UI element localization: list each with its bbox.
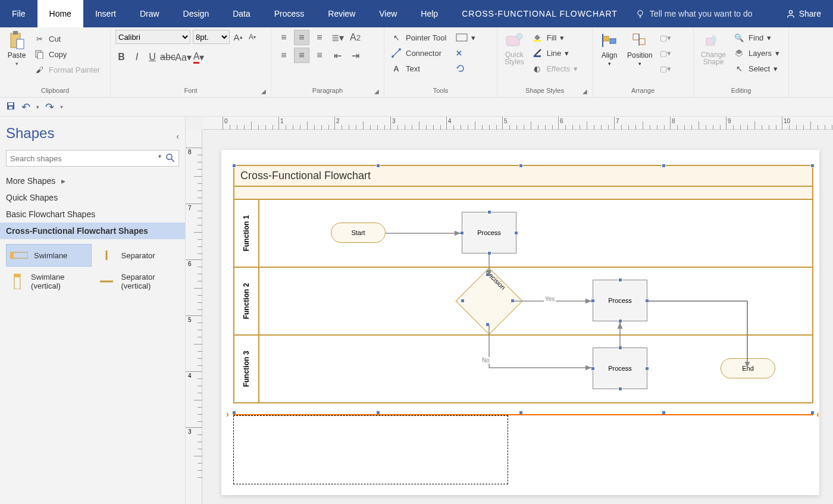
search-icon[interactable] bbox=[165, 152, 176, 165]
swimlane-container[interactable]: Cross-Functional Flowchart Function 1 St… bbox=[233, 165, 813, 403]
process-2-shape[interactable]: Process bbox=[593, 280, 647, 321]
strike-button[interactable]: abc bbox=[162, 51, 174, 63]
rotate-button[interactable] bbox=[455, 61, 477, 76]
phase-bar[interactable] bbox=[234, 187, 812, 200]
position-button[interactable]: Position▾ bbox=[625, 30, 655, 68]
connection-point-button[interactable]: ✕ bbox=[455, 45, 477, 61]
shape-styles-group-label: Shape Styles◢ bbox=[502, 86, 587, 97]
tab-draw[interactable]: Draw bbox=[128, 0, 171, 27]
stencil-swimlane[interactable]: Swimlane bbox=[6, 244, 92, 267]
undo-button[interactable]: ↶ bbox=[21, 101, 30, 114]
group-button[interactable]: ▢▾ bbox=[659, 61, 672, 76]
stencil-separator[interactable]: Separator bbox=[94, 244, 180, 267]
align-center[interactable]: ≡ bbox=[294, 48, 309, 63]
redo-button[interactable]: ↷ bbox=[45, 101, 54, 114]
font-family-select[interactable]: Calibri bbox=[115, 30, 190, 44]
category-basic-flowchart[interactable]: Basic Flowchart Shapes bbox=[0, 206, 185, 223]
paste-button[interactable]: Paste ▾ bbox=[5, 30, 29, 68]
canvas[interactable]: 012345678910 876543 Cross-Functional Flo… bbox=[186, 117, 833, 504]
paragraph-dialog-launcher[interactable]: ◢ bbox=[374, 87, 379, 96]
tell-me-search[interactable]: Tell me what you want to do bbox=[635, 9, 753, 18]
font-dialog-launcher[interactable]: ◢ bbox=[261, 87, 266, 96]
superscript-button[interactable]: A2 bbox=[347, 30, 363, 45]
tab-design[interactable]: Design bbox=[171, 0, 221, 27]
svg-point-0 bbox=[638, 11, 643, 15]
end-shape[interactable]: End bbox=[721, 358, 775, 378]
shape-styles-dialog-launcher[interactable]: ◢ bbox=[583, 87, 587, 96]
tab-view[interactable]: View bbox=[367, 0, 409, 27]
shapes-search-input[interactable] bbox=[6, 150, 179, 167]
bold-button[interactable]: B bbox=[115, 51, 127, 63]
drawing-page[interactable]: Cross-Functional Flowchart Function 1 St… bbox=[221, 150, 819, 495]
start-shape[interactable]: Start bbox=[331, 223, 386, 243]
decrease-font-icon[interactable]: A▾ bbox=[246, 31, 258, 43]
send-back-button[interactable]: ▢▾ bbox=[659, 45, 672, 61]
process-1-shape[interactable]: Process bbox=[462, 212, 516, 253]
lane-1-label[interactable]: Function 1 bbox=[234, 200, 259, 267]
svg-rect-14 bbox=[603, 36, 609, 41]
tab-data[interactable]: Data bbox=[221, 0, 262, 27]
drop-marker-left: › bbox=[226, 409, 229, 419]
category-more-shapes[interactable]: More Shapes bbox=[0, 173, 185, 189]
connector-tool-button[interactable]: Connector bbox=[389, 45, 447, 61]
case-button[interactable]: Aa▾ bbox=[177, 51, 189, 63]
share-button[interactable]: Share bbox=[774, 9, 833, 18]
tell-me-label: Tell me what you want to do bbox=[650, 9, 753, 18]
save-button[interactable] bbox=[6, 101, 15, 113]
lane-3[interactable]: Function 3 Process End No bbox=[234, 336, 812, 402]
fill-button[interactable]: Fill ▾ bbox=[530, 30, 580, 45]
outdent-button[interactable]: ⇤ bbox=[330, 48, 345, 63]
find-button[interactable]: 🔍Find ▾ bbox=[732, 30, 781, 45]
tab-home[interactable]: Home bbox=[37, 0, 83, 27]
collapse-pane-button[interactable]: ‹ bbox=[176, 132, 179, 141]
category-cross-functional[interactable]: Cross-Functional Flowchart Shapes bbox=[0, 223, 185, 239]
fill-rect-button[interactable]: ▾ bbox=[455, 30, 477, 45]
align-top-right[interactable]: ≡ bbox=[312, 30, 327, 45]
tab-insert[interactable]: Insert bbox=[83, 0, 128, 27]
bring-front-button[interactable]: ▢▾ bbox=[659, 30, 672, 45]
search-dropdown[interactable]: ▾ bbox=[158, 153, 161, 159]
pointer-tool-button[interactable]: ↖Pointer Tool bbox=[389, 30, 447, 45]
align-left[interactable]: ≡ bbox=[276, 48, 292, 63]
layers-button[interactable]: Layers ▾ bbox=[732, 45, 781, 61]
document-title: CROSS-FUNCTIONAL FLOWCHART bbox=[462, 9, 618, 18]
increase-font-icon[interactable]: A▴ bbox=[232, 31, 244, 43]
copy-button[interactable]: Copy bbox=[32, 46, 101, 62]
bullets-button[interactable]: ≣▾ bbox=[330, 30, 345, 45]
effects-button[interactable]: ◐Effects ▾ bbox=[530, 61, 580, 76]
select-button[interactable]: ↖Select ▾ bbox=[732, 61, 781, 76]
align-top-center[interactable]: ≡ bbox=[294, 30, 309, 45]
line-button[interactable]: Line ▾ bbox=[530, 45, 580, 61]
align-right[interactable]: ≡ bbox=[312, 48, 327, 63]
tab-help[interactable]: Help bbox=[409, 0, 450, 27]
decision-shape[interactable]: Decision bbox=[465, 277, 513, 325]
svg-point-8 bbox=[399, 48, 401, 51]
qat-customize[interactable]: ▾ bbox=[60, 104, 63, 110]
tab-review[interactable]: Review bbox=[316, 0, 367, 27]
stencil-swimlane-vertical[interactable]: Swimlane (vertical) bbox=[6, 269, 92, 294]
align-button[interactable]: Align▾ bbox=[597, 30, 621, 68]
change-shape-button[interactable]: Change Shape bbox=[699, 30, 728, 67]
font-size-select[interactable]: 8pt. bbox=[193, 30, 230, 44]
quick-styles-button[interactable]: Quick Styles bbox=[502, 30, 527, 67]
lane-2-label[interactable]: Function 2 bbox=[234, 268, 259, 334]
stencil-separator-vertical[interactable]: Separator (vertical) bbox=[94, 269, 180, 294]
tab-process[interactable]: Process bbox=[262, 0, 317, 27]
tab-file[interactable]: File bbox=[0, 0, 37, 27]
select-icon: ↖ bbox=[733, 62, 745, 74]
italic-button[interactable]: I bbox=[131, 51, 143, 63]
process-3-shape[interactable]: Process bbox=[593, 348, 647, 389]
category-quick-shapes[interactable]: Quick Shapes bbox=[0, 189, 185, 206]
lane-2[interactable]: Function 2 Decision Process bbox=[234, 268, 812, 336]
cut-button[interactable]: ✂Cut bbox=[32, 31, 101, 46]
text-tool-button[interactable]: AText bbox=[389, 61, 447, 76]
font-color-button[interactable]: A▾ bbox=[193, 51, 205, 63]
copy-icon bbox=[33, 48, 45, 60]
swimlane-title[interactable]: Cross-Functional Flowchart bbox=[234, 166, 812, 187]
underline-button[interactable]: U bbox=[146, 51, 158, 63]
align-top-left[interactable]: ≡ bbox=[276, 30, 292, 45]
format-painter-button[interactable]: 🖌Format Painter bbox=[32, 62, 101, 77]
lane-1[interactable]: Function 1 Start Process bbox=[234, 200, 812, 268]
lane-3-label[interactable]: Function 3 bbox=[234, 336, 259, 402]
indent-button[interactable]: ⇥ bbox=[347, 48, 363, 63]
